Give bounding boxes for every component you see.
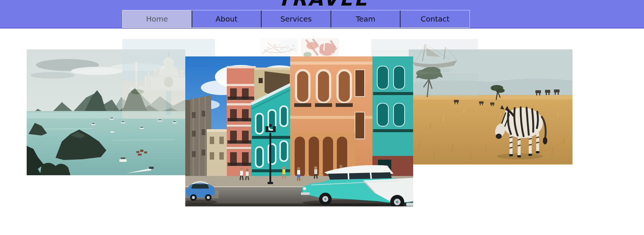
nav-tab-label: About bbox=[216, 14, 238, 23]
nav-tab-label: Contact bbox=[421, 14, 449, 23]
nav-tab-team[interactable]: Team bbox=[331, 10, 400, 27]
nav-tab-services[interactable]: Services bbox=[261, 10, 331, 27]
nav-tab-label: Home bbox=[146, 14, 168, 23]
page: TRAVEL Home About Services Team Contact bbox=[0, 0, 644, 235]
page-title: TRAVEL bbox=[245, 0, 400, 9]
havana-street-illustration bbox=[185, 56, 413, 206]
nav-tab-home[interactable]: Home bbox=[123, 10, 192, 27]
nav-tab-contact[interactable]: Contact bbox=[400, 10, 469, 27]
main-nav: Home About Services Team Contact bbox=[122, 10, 470, 28]
photo-havana-street[interactable] bbox=[185, 56, 413, 206]
header-band: TRAVEL Home About Services Team Contact bbox=[0, 0, 644, 29]
nav-tab-label: Services bbox=[280, 14, 312, 23]
nav-tab-about[interactable]: About bbox=[192, 10, 261, 27]
nav-tab-label: Team bbox=[356, 14, 375, 23]
